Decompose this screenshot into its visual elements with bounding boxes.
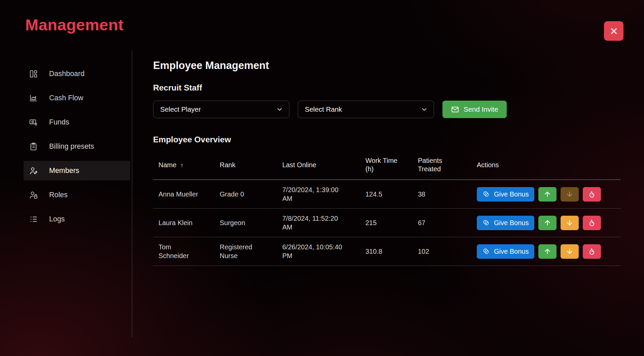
employee-name: Laura Klein: [153, 209, 214, 237]
clipboard-icon: [29, 142, 38, 151]
coins-icon: [482, 190, 490, 198]
employee-work-time: 310.8: [360, 237, 413, 266]
fire-button[interactable]: [583, 244, 601, 259]
employee-rank: Registered Nurse: [214, 237, 277, 266]
chart-icon: [29, 94, 38, 103]
table-row: Anna Mueller Grade 0 7/20/2024, 1:39:00 …: [153, 180, 621, 209]
send-invite-label: Send Invite: [464, 105, 498, 113]
arrow-up-icon: [543, 247, 551, 255]
sidebar-item-label: Billing presets: [49, 142, 94, 151]
sidebar-item-label: Roles: [49, 191, 68, 199]
give-bonus-label: Give Bonus: [494, 219, 529, 227]
give-bonus-label: Give Bonus: [494, 190, 529, 198]
dashboard-icon: [29, 69, 38, 78]
sidebar: Dashboard Cash Flow Funds Billing preset…: [0, 50, 132, 337]
employee-work-time: 215: [360, 209, 413, 237]
column-header-last-online: Last Online: [277, 152, 360, 180]
row-actions: Give Bonus: [477, 216, 615, 230]
chevron-down-icon: [420, 105, 428, 113]
employee-last-online: 7/8/2024, 11:52:20 AM: [277, 209, 360, 237]
employee-overview-heading: Employee Overview: [153, 135, 621, 144]
sidebar-item-label: Cash Flow: [49, 94, 83, 102]
fire-button[interactable]: [583, 187, 601, 202]
column-header-patients-treated: Patients Treated: [413, 152, 471, 180]
sidebar-item-funds[interactable]: Funds: [24, 112, 130, 132]
employee-patients-treated: 38: [413, 180, 471, 209]
employee-patients-treated: 102: [413, 237, 471, 266]
coins-icon: [482, 248, 490, 255]
table-row: Laura Klein Surgeon 7/8/2024, 11:52:20 A…: [153, 209, 621, 237]
demote-button[interactable]: [561, 216, 579, 230]
arrow-down-icon: [566, 247, 574, 255]
demote-button[interactable]: [561, 244, 579, 259]
table-header-row: Name↑ Rank Last Online Work Time (h) Pat…: [153, 152, 621, 180]
sidebar-item-roles[interactable]: Roles: [24, 185, 130, 205]
employee-name: Tom Schneider: [153, 237, 214, 266]
table-row: Tom Schneider Registered Nurse 6/26/2024…: [153, 237, 621, 266]
employee-patients-treated: 67: [413, 209, 471, 237]
fire-button[interactable]: [583, 216, 601, 230]
employee-table: Name↑ Rank Last Online Work Time (h) Pat…: [153, 152, 621, 266]
arrow-up-icon: [543, 219, 551, 227]
arrow-down-icon: [566, 190, 574, 198]
give-bonus-button[interactable]: Give Bonus: [477, 244, 534, 259]
sort-asc-icon: ↑: [180, 162, 183, 169]
sidebar-item-cash-flow[interactable]: Cash Flow: [24, 88, 130, 108]
arrow-down-icon: [566, 219, 574, 227]
column-header-rank: Rank: [214, 152, 277, 180]
list-icon: [29, 215, 38, 224]
sidebar-item-members[interactable]: Members: [24, 161, 130, 180]
page-title: Employee Management: [153, 60, 621, 72]
sidebar-item-dashboard[interactable]: Dashboard: [24, 64, 130, 83]
employee-last-online: 7/20/2024, 1:39:00 AM: [277, 180, 360, 209]
sidebar-item-billing-presets[interactable]: Billing presets: [24, 137, 130, 156]
coins-icon: [482, 219, 490, 227]
user-edit-icon: [29, 166, 38, 175]
arrow-up-icon: [543, 190, 551, 198]
row-actions: Give Bonus: [477, 244, 615, 259]
select-player-value: Select Player: [160, 105, 201, 113]
promote-button[interactable]: [538, 187, 557, 202]
recruit-staff-heading: Recruit Staff: [153, 83, 621, 93]
demote-button[interactable]: [561, 187, 579, 202]
sidebar-item-label: Logs: [49, 215, 65, 223]
sidebar-item-logs[interactable]: Logs: [24, 209, 130, 229]
chevron-down-icon: [276, 105, 284, 113]
employee-rank: Grade 0: [214, 180, 277, 209]
close-icon: [609, 27, 618, 36]
column-header-name[interactable]: Name↑: [153, 152, 214, 180]
employee-rank: Surgeon: [214, 209, 277, 237]
recruit-controls: Select Player Select Rank Send Invite: [153, 101, 621, 118]
app-title: Management: [25, 15, 123, 34]
sidebar-item-label: Members: [49, 167, 79, 175]
promote-button[interactable]: [538, 216, 557, 230]
sidebar-item-label: Dashboard: [49, 70, 84, 78]
row-actions: Give Bonus: [477, 187, 615, 202]
sidebar-item-label: Funds: [49, 118, 69, 127]
flame-icon: [588, 190, 596, 198]
send-invite-button[interactable]: Send Invite: [442, 101, 507, 118]
close-button[interactable]: [604, 21, 623, 41]
give-bonus-button[interactable]: Give Bonus: [477, 216, 534, 230]
banknote-arrow-icon: [29, 118, 38, 127]
select-rank-value: Select Rank: [305, 105, 342, 113]
give-bonus-button[interactable]: Give Bonus: [477, 187, 534, 202]
promote-button[interactable]: [538, 244, 557, 259]
select-rank-dropdown[interactable]: Select Rank: [298, 101, 434, 118]
flame-icon: [588, 247, 596, 255]
column-header-work-time: Work Time (h): [360, 152, 413, 180]
main-content: Employee Management Recruit Staff Select…: [133, 50, 644, 266]
select-player-dropdown[interactable]: Select Player: [153, 101, 289, 118]
flame-icon: [588, 219, 596, 227]
give-bonus-label: Give Bonus: [494, 248, 529, 255]
user-lock-icon: [29, 190, 38, 200]
employee-work-time: 124.5: [360, 180, 413, 209]
mail-icon: [451, 105, 459, 114]
employee-name: Anna Mueller: [153, 180, 214, 209]
employee-last-online: 6/26/2024, 10:05:40 PM: [277, 237, 360, 266]
column-header-actions: Actions: [471, 152, 621, 180]
